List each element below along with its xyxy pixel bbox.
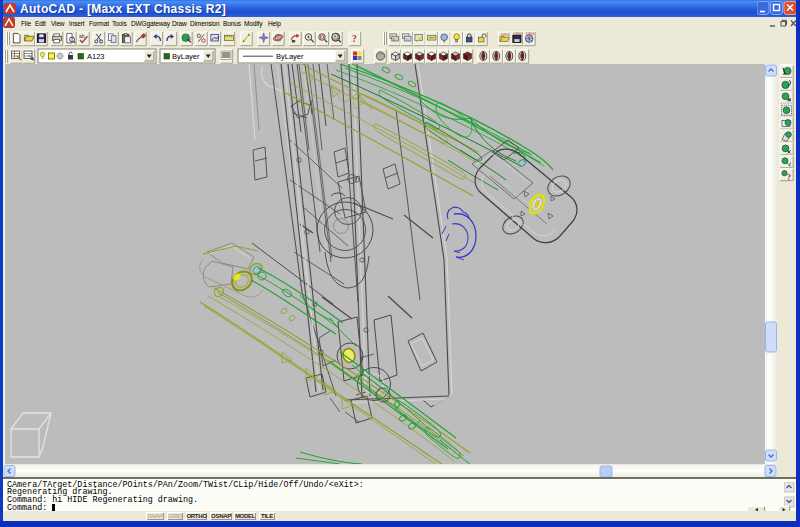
svg-text:DWG: DWG [513,32,522,36]
svg-text:?: ? [352,34,357,44]
svg-text:DWG: DWG [526,32,535,36]
svg-text:ByLayer: ByLayer [276,52,304,61]
svg-text:DWG: DWG [501,33,510,37]
svg-text:?: ? [787,173,791,182]
svg-text:A123: A123 [87,52,105,61]
svg-text:ByLayer: ByLayer [172,52,200,61]
svg-text:¾: ¾ [405,37,409,42]
svg-text:ab: ab [79,33,85,39]
